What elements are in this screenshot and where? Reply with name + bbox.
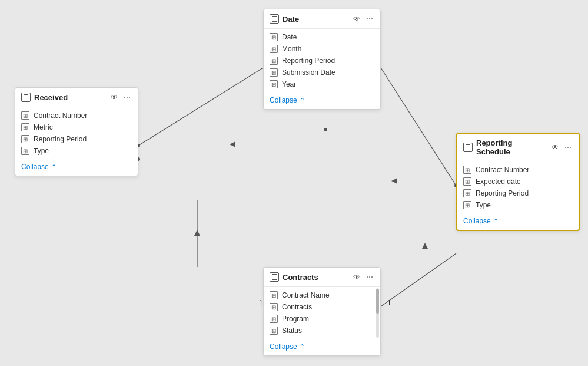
field-icon-metric (21, 123, 29, 131)
field-row: Contract Number (457, 164, 579, 176)
field-name-contract-number: Contract Number (34, 111, 87, 120)
received-card-body: Contract Number Metric Reporting Period … (15, 107, 138, 159)
received-table-icon (21, 93, 31, 102)
field-icon-contract-name (270, 291, 278, 299)
received-header-actions: 👁 ⋯ (109, 93, 132, 102)
field-name-rs-contract-number: Contract Number (476, 166, 529, 174)
field-row: Program (264, 313, 380, 325)
contracts-collapse-chevron (300, 342, 305, 351)
field-name-rs-reporting-period: Reporting Period (476, 189, 529, 197)
field-row: Metric (15, 121, 138, 133)
date-header-actions: 👁 ⋯ (352, 14, 374, 24)
svg-line-10 (381, 253, 456, 306)
field-name-reporting-period: Reporting Period (282, 57, 335, 65)
field-row: Type (15, 145, 138, 157)
reporting-schedule-eye-icon[interactable]: 👁 (550, 143, 560, 152)
field-name-type-received: Type (34, 147, 49, 155)
field-row: Reporting Period (15, 133, 138, 145)
received-collapse-chevron (51, 163, 57, 171)
received-card-header: Received 👁 ⋯ (15, 88, 138, 107)
field-name-month: Month (282, 45, 301, 53)
field-name-rs-expected-date: Expected date (476, 177, 521, 186)
svg-marker-11 (422, 243, 428, 249)
field-row: Month (264, 43, 380, 55)
field-icon-rs-reporting-period (463, 189, 471, 197)
received-more-icon[interactable]: ⋯ (122, 93, 132, 102)
date-collapse-label: Collapse (270, 96, 297, 104)
field-icon-contracts (270, 303, 278, 311)
reporting-schedule-card-header: Reporting Schedule 👁 ⋯ (457, 134, 579, 161)
reporting-schedule-collapse-label: Collapse (463, 217, 491, 225)
field-row: Contract Name (264, 289, 380, 301)
field-row: Date (264, 31, 380, 43)
field-icon-rs-type (463, 201, 471, 209)
field-row: Contracts (264, 301, 380, 313)
svg-text:1: 1 (259, 299, 263, 307)
contracts-collapse-label: Collapse (270, 342, 297, 351)
date-card-title: Date (283, 15, 348, 24)
field-name-year: Year (282, 80, 296, 88)
field-icon-type-received (21, 147, 29, 155)
reporting-schedule-more-icon[interactable]: ⋯ (563, 143, 573, 152)
field-name-submission-date: Submission Date (282, 68, 335, 77)
field-icon-year (270, 80, 278, 88)
contracts-scrollbar-thumb (376, 289, 379, 314)
date-table-icon (270, 14, 279, 24)
field-icon-month (270, 45, 278, 53)
reporting-schedule-collapse-chevron (493, 217, 499, 225)
field-icon-date (270, 33, 278, 41)
svg-marker-1 (230, 141, 235, 147)
field-icon-rs-contract-number (463, 166, 471, 174)
svg-line-0 (138, 68, 263, 146)
field-row: Type (457, 199, 579, 211)
date-card-body: Date Month Reporting Period Submission D… (264, 29, 380, 93)
diagram-canvas: 1 1 Date 👁 ⋯ Date Month (0, 0, 588, 366)
contracts-card-header: Contracts 👁 ⋯ (264, 268, 380, 287)
contracts-more-icon[interactable]: ⋯ (365, 272, 374, 282)
date-eye-icon[interactable]: 👁 (352, 14, 361, 24)
reporting-schedule-table-icon (463, 143, 473, 152)
field-icon-submission-date (270, 68, 278, 77)
reporting-schedule-collapse-link[interactable]: Collapse (457, 213, 579, 230)
received-card: Received 👁 ⋯ Contract Number Metric Repo… (15, 87, 138, 176)
field-row: Reporting Period (264, 55, 380, 67)
reporting-schedule-card-title: Reporting Schedule (476, 139, 547, 156)
field-row: Submission Date (264, 67, 380, 78)
contracts-collapse-link[interactable]: Collapse (264, 339, 380, 355)
reporting-schedule-header-actions: 👁 ⋯ (550, 143, 573, 152)
svg-line-4 (381, 68, 456, 186)
contracts-card-body: Contract Name Contracts Program Status (264, 287, 380, 339)
field-row: Reporting Period (457, 187, 579, 199)
date-collapse-chevron (300, 96, 305, 104)
contracts-scrollbar[interactable] (376, 288, 379, 338)
received-collapse-link[interactable]: Collapse (15, 159, 138, 176)
date-more-icon[interactable]: ⋯ (365, 14, 374, 24)
date-collapse-link[interactable]: Collapse (264, 93, 380, 109)
contracts-header-actions: 👁 ⋯ (352, 272, 374, 282)
field-icon-program (270, 315, 278, 323)
field-row: Year (264, 78, 380, 90)
date-card-header: Date 👁 ⋯ (264, 9, 380, 29)
contracts-card: Contracts 👁 ⋯ Contract Name Contracts Pr… (263, 267, 381, 356)
svg-marker-5 (391, 178, 397, 184)
field-name-metric: Metric (34, 123, 53, 131)
received-eye-icon[interactable]: 👁 (109, 93, 119, 102)
field-icon-contract-number (21, 111, 29, 120)
field-name-contract-name: Contract Name (282, 291, 330, 299)
reporting-schedule-card-body: Contract Number Expected date Reporting … (457, 161, 579, 213)
field-name-contracts: Contracts (282, 303, 312, 311)
contracts-card-title: Contracts (283, 273, 348, 282)
field-row: Contract Number (15, 110, 138, 121)
field-name-rs-type: Type (476, 201, 491, 209)
field-icon-reporting-period-received (21, 135, 29, 143)
field-row: Expected date (457, 176, 579, 187)
contracts-eye-icon[interactable]: 👁 (352, 272, 361, 282)
field-icon-status (270, 327, 278, 335)
field-icon-reporting-period (270, 57, 278, 65)
field-icon-rs-expected-date (463, 177, 471, 186)
field-name-date: Date (282, 33, 297, 41)
reporting-schedule-card: Reporting Schedule 👁 ⋯ Contract Number E… (456, 133, 580, 231)
svg-text:1: 1 (387, 299, 391, 307)
field-name-status: Status (282, 327, 302, 335)
contracts-table-icon (270, 272, 279, 282)
